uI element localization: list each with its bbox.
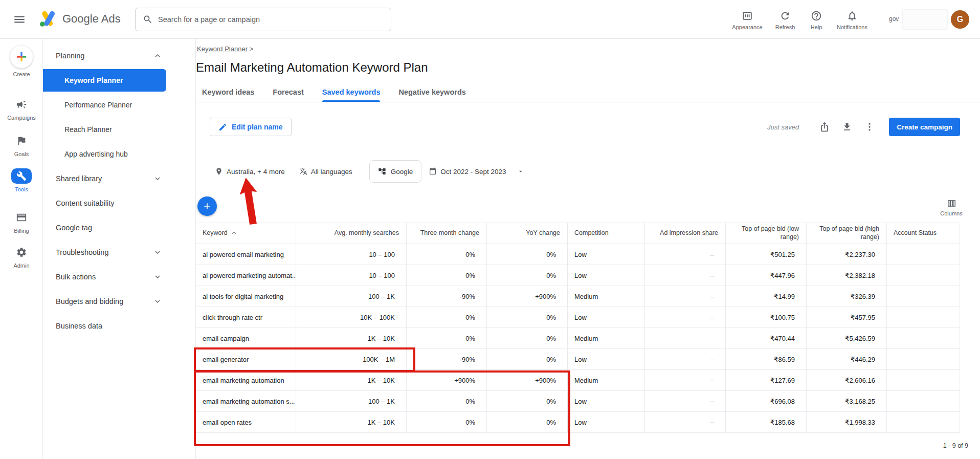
rail-create-label: Create [13,71,30,77]
keyword-table-row[interactable]: ai tools for digital marketing 100 – 1K … [196,286,960,307]
column-header-yoy-change[interactable]: YoY change [487,223,568,244]
sidebar-item-reach-planner[interactable]: Reach Planner [43,117,195,142]
column-header-three-month-change[interactable]: Three month change [407,223,487,244]
cell-competition: Low [568,391,645,411]
nav-google-tag-label: Google tag [56,224,92,232]
refresh-label: Refresh [775,24,795,30]
cell-avg-monthly-searches: 100K – 1M [296,349,407,369]
cell-keyword: email open rates [196,412,296,432]
column-header-top-bid-high[interactable]: Top of page bid (high range) [807,223,887,244]
column-header-top-bid-low[interactable]: Top of page bid (low range) [726,223,807,244]
locations-filter[interactable]: Australia, + 4 more [215,167,285,176]
cell-avg-monthly-searches: 1K – 10K [296,328,407,348]
add-keywords-button[interactable] [197,196,217,216]
cell-ad-impression-share: – [645,412,726,432]
plus-icon [202,201,212,211]
cell-three-month-change: 0% [407,412,487,432]
keyword-table-row[interactable]: email marketing automation s... 100 – 1K… [196,391,960,412]
column-header-ad-impression-share[interactable]: Ad impression share [645,223,726,244]
cell-yoy-change: +900% [487,370,568,390]
cell-three-month-change: -90% [407,349,487,369]
create-plus-icon [15,51,28,63]
global-search[interactable] [135,8,391,31]
avatar[interactable]: G [951,10,969,29]
keyword-table-row[interactable]: email generator 100K – 1M -90% 0% Low – … [196,349,960,370]
languages-filter[interactable]: All languages [299,167,352,176]
download-button[interactable] [836,117,858,137]
cell-top-bid-low: ₹501.25 [726,244,807,265]
languages-filter-label: All languages [311,168,352,176]
caret-down-icon [517,168,524,175]
sort-ascending-icon [231,230,237,237]
rail-item-tools[interactable]: Tools [0,168,43,192]
cell-three-month-change: 0% [407,391,487,411]
rail-item-goals[interactable]: Goals [0,133,43,157]
tab-saved-keywords[interactable]: Saved keywords [322,82,381,102]
nav-reach-planner-label: Reach Planner [64,125,112,134]
cell-ad-impression-share: – [645,265,726,286]
nav-section-budgets-and-bidding[interactable]: Budgets and bidding [43,289,195,314]
sidebar-item-content-suitability[interactable]: Content suitability [43,191,195,215]
topbar-actions: Appearance Refresh Help Notifications [726,7,874,33]
column-header-competition[interactable]: Competition [568,223,645,244]
topbar: Google Ads Appearance Refresh Help Notif… [0,0,980,39]
tab-forecast[interactable]: Forecast [273,82,303,102]
search-input[interactable] [158,15,384,24]
cell-top-bid-high: ₹1,998.33 [807,412,887,432]
refresh-button[interactable]: Refresh [768,10,802,30]
google-ads-logo[interactable]: Google Ads [38,9,121,29]
cell-keyword: email marketing automation s... [196,391,296,411]
cell-yoy-change: 0% [487,349,568,369]
appearance-button[interactable]: Appearance [726,10,768,30]
columns-control[interactable]: Columns [935,199,968,216]
nav-section-planning[interactable]: Planning [43,43,195,68]
share-button[interactable] [813,117,836,137]
create-button[interactable] [10,45,33,69]
keyword-table-row[interactable]: email campaign 1K – 10K 0% 0% Medium – ₹… [196,328,960,349]
cell-account-status [887,244,960,265]
rail-item-create[interactable]: Create [0,45,43,77]
notifications-button[interactable]: Notifications [831,10,874,30]
admin-gear-icon [16,247,27,258]
breadcrumb-keyword-planner-link[interactable]: Keyword Planner [197,45,248,53]
notifications-label: Notifications [837,24,867,30]
tab-negative-keywords[interactable]: Negative keywords [398,82,465,102]
sidebar-item-app-advertising-hub[interactable]: App advertising hub [43,142,195,166]
tab-forecast-label: Forecast [273,88,303,96]
date-range-filter[interactable]: Oct 2022 - Sept 2023 [427,167,526,176]
tab-keyword-ideas[interactable]: Keyword ideas [202,82,254,102]
translate-icon [299,167,307,176]
keyword-table-row[interactable]: email open rates 1K – 10K 0% 0% Low – ₹1… [196,412,960,433]
sidebar-item-business-data[interactable]: Business data [43,314,195,338]
network-filter[interactable]: Google [369,160,422,183]
column-header-avg-monthly-searches[interactable]: Avg. monthly searches [296,223,407,244]
account-id-box [902,9,948,30]
cell-account-status [887,391,960,411]
rail-item-campaigns[interactable]: Campaigns [0,97,43,121]
location-pin-icon [215,167,223,176]
sidebar-item-performance-planner[interactable]: Performance Planner [43,93,195,117]
cell-top-bid-high: ₹5,426.59 [807,328,887,348]
keyword-table-row[interactable]: click through rate ctr 10K – 100K 0% 0% … [196,307,960,328]
keyword-table-row[interactable]: email marketing automation 1K – 10K +900… [196,370,960,391]
cell-top-bid-low: ₹185.68 [726,412,807,432]
nav-section-shared-library[interactable]: Shared library [43,166,195,191]
help-button[interactable]: Help [802,10,831,30]
keyword-table-row[interactable]: ai powered marketing automat... 10 – 100… [196,265,960,286]
column-header-keyword[interactable]: Keyword [196,223,296,244]
tab-saved-keywords-label: Saved keywords [322,88,381,96]
nav-section-bulk-actions[interactable]: Bulk actions [43,265,195,289]
rail-item-admin[interactable]: Admin [0,245,43,269]
nav-section-troubleshooting[interactable]: Troubleshooting [43,240,195,265]
edit-plan-name-button[interactable]: Edit plan name [210,118,292,136]
column-header-account-status[interactable]: Account Status [887,223,960,244]
sidebar-item-keyword-planner[interactable]: Keyword Planner [43,69,166,92]
keyword-table-row[interactable]: ai powered email marketing 10 – 100 0% 0… [196,244,960,265]
cell-ad-impression-share: – [645,286,726,307]
breadcrumb-separator: > [250,45,254,53]
create-campaign-button[interactable]: Create campaign [889,118,960,136]
rail-item-billing[interactable]: Billing [0,210,43,234]
more-options-button[interactable] [858,117,881,137]
main-menu-button[interactable] [11,11,28,28]
sidebar-item-google-tag[interactable]: Google tag [43,215,195,240]
